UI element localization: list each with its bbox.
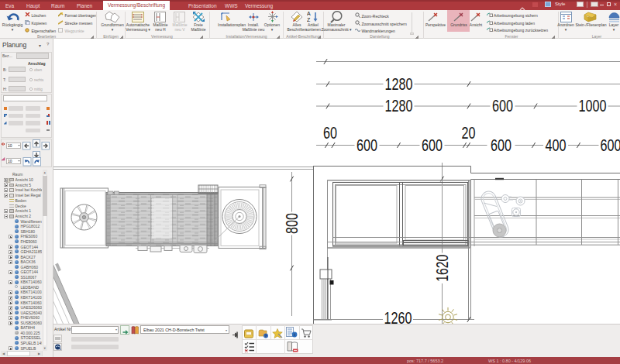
svg-text:1280: 1280 [385,74,413,94]
svg-text:1000: 1000 [579,96,607,115]
svg-text:400: 400 [546,136,567,155]
svg-text:600: 600 [601,136,620,155]
svg-text:800: 800 [282,213,301,234]
svg-text:600: 600 [356,136,377,155]
svg-text:Z: Z [307,17,311,22]
svg-text:20: 20 [462,123,476,143]
svg-text:60: 60 [323,123,337,143]
svg-text:?: ? [265,334,267,338]
svg-text:600: 600 [491,136,512,155]
svg-text:i: i [294,332,294,337]
svg-text:600: 600 [492,96,513,115]
svg-text:600: 600 [422,136,443,155]
svg-text:1620: 1620 [432,255,452,282]
svg-text:10: 10 [8,143,12,148]
svg-text:A: A [307,11,311,16]
svg-text:1280: 1280 [385,96,413,115]
svg-text:10: 10 [8,159,12,163]
